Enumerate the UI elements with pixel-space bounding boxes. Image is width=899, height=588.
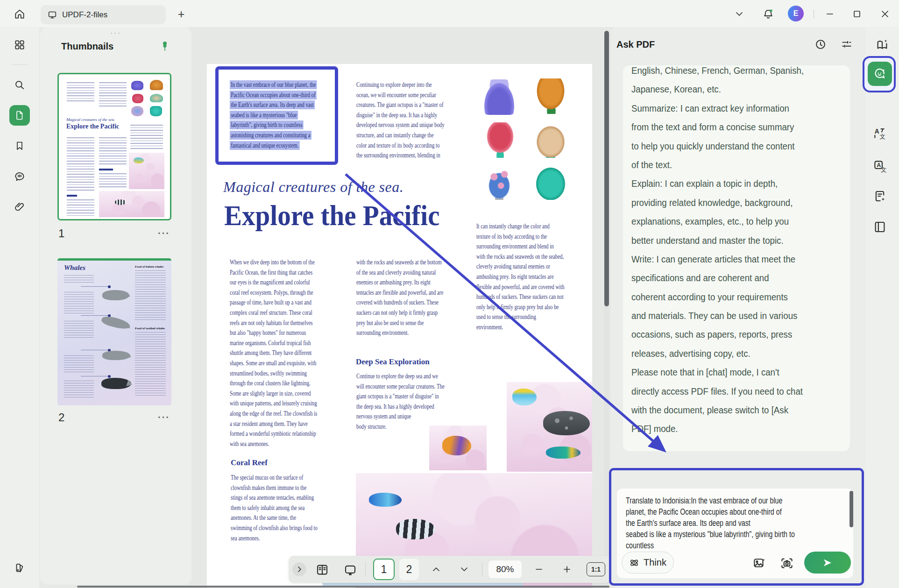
- maximize-button[interactable]: [849, 7, 865, 21]
- thumb1-column: [67, 137, 94, 192]
- thumbnails-panel: ··· Thumbnails Magical creatures of the …: [40, 27, 191, 585]
- left-rail: [0, 27, 39, 588]
- pdf-column1: When we dive deep into the bottom of the…: [230, 257, 351, 449]
- thumb2-whale: [102, 351, 130, 360]
- pdf-subtitle: Magical creatures of the sea.: [223, 178, 403, 196]
- page-layout-button[interactable]: [314, 561, 331, 578]
- sidebar-item-search[interactable]: [9, 75, 30, 95]
- page-icon: [14, 110, 25, 121]
- bottom-bar-separator: [482, 562, 482, 576]
- sidebar-item-bookmarks[interactable]: [9, 135, 30, 156]
- thumb1-paragraph: [99, 82, 127, 106]
- rail-translate-button[interactable]: A文: [870, 124, 890, 143]
- search-icon: [14, 79, 26, 91]
- sliders-icon: [841, 38, 853, 50]
- thumbnail-2-more-button[interactable]: ···: [158, 412, 170, 423]
- rail-reader-button[interactable]: [870, 218, 890, 236]
- panel-drag-handle[interactable]: ···: [106, 31, 126, 35]
- right-rail: [866, 27, 899, 588]
- thumbnail-page-2[interactable]: Whales Food of baleen whales Food of too…: [57, 258, 171, 405]
- thumb1-heading-bar: [67, 195, 77, 197]
- pdf-selected-paragraph: In the vast embrace of our blue planet, …: [230, 80, 351, 150]
- chevron-down-icon: [736, 12, 743, 16]
- image-sparkle-icon: [752, 556, 766, 570]
- rail-ai-chat-button[interactable]: [868, 62, 892, 86]
- ai-message-card: English, Chinese, French, German, Spanis…: [623, 65, 850, 451]
- history-button[interactable]: [813, 36, 828, 52]
- pdf-image-clownfish: [429, 425, 487, 470]
- svg-text:文: 文: [879, 134, 885, 140]
- thumb2-heading-2: Food of toothed whales: [135, 326, 166, 330]
- thumbnail-1-more-button[interactable]: ···: [158, 228, 170, 239]
- titlebar-chevron-button[interactable]: [731, 7, 747, 21]
- home-icon: [14, 8, 26, 20]
- zoom-out-button[interactable]: [531, 562, 546, 576]
- coral-blue-flower: [482, 164, 517, 200]
- presentation-icon: [343, 563, 357, 577]
- plus-icon: [563, 565, 571, 574]
- thumb2-title: Whales: [64, 264, 85, 272]
- pdf-column2-mid: with the rocks and seaweeds at the botto…: [356, 257, 477, 338]
- sidebar-item-comments[interactable]: [9, 166, 30, 187]
- thumb1-column: [67, 199, 94, 216]
- page-2-button[interactable]: 2: [399, 559, 419, 580]
- bell-icon: [762, 8, 774, 20]
- paperclip-icon: [14, 201, 26, 213]
- thumb2-whale: [102, 290, 129, 300]
- close-button[interactable]: [877, 7, 893, 21]
- translate-icon: A文: [873, 127, 887, 141]
- screenshot-button[interactable]: [778, 555, 796, 572]
- think-label: Think: [644, 557, 666, 568]
- notifications-button[interactable]: [760, 7, 776, 21]
- minimize-button[interactable]: [822, 7, 838, 21]
- thumb2-whale-orca: [101, 378, 131, 389]
- rail-translate-page-button[interactable]: A文: [870, 157, 890, 176]
- reader-book-icon: [873, 220, 887, 234]
- insert-image-button[interactable]: [750, 555, 768, 572]
- document-tab[interactable]: UPDF-2-files: [41, 5, 166, 24]
- bottom-bar-separator: [365, 562, 366, 576]
- rail-summary-book-button[interactable]: [872, 35, 892, 54]
- thumb1-paragraph: [67, 82, 94, 103]
- coral-teal-tubes: [533, 164, 568, 200]
- settings-button[interactable]: [839, 36, 855, 52]
- pdf-title: Explore the Pacific: [224, 199, 440, 232]
- document-tab-label: UPDF-2-files: [62, 10, 107, 20]
- actual-size-button[interactable]: 1:1: [587, 562, 605, 576]
- sidebar-item-styles[interactable]: [9, 558, 30, 578]
- zoom-level-display[interactable]: 80%: [488, 560, 522, 578]
- sidebar-item-grid[interactable]: [9, 35, 30, 55]
- pin-panel-button[interactable]: [157, 38, 173, 54]
- think-toggle-button[interactable]: Think: [622, 552, 674, 574]
- page-number-input[interactable]: 1: [373, 559, 395, 580]
- thumbnail-page-1[interactable]: Magical creatures of the sea. Explore th…: [57, 73, 171, 220]
- minus-icon: [535, 565, 543, 574]
- ai-message-text: English, Chinese, French, German, Spanis…: [631, 65, 850, 439]
- two-page-icon: [315, 563, 329, 577]
- sidebar-item-attachments[interactable]: [9, 197, 30, 217]
- send-button[interactable]: [804, 552, 851, 574]
- new-tab-button[interactable]: +: [174, 7, 189, 21]
- atom-icon: [629, 557, 640, 568]
- note-sparkle-icon: [873, 189, 887, 203]
- rail-summarize-button[interactable]: [870, 187, 890, 205]
- previous-page-button[interactable]: [429, 562, 444, 576]
- chat-input-scrollbar[interactable]: [849, 491, 853, 527]
- thumb1-coral-grid: [130, 79, 166, 116]
- chevron-up-icon: [432, 567, 440, 572]
- clock-icon: [814, 38, 827, 51]
- collapse-bar-button[interactable]: [292, 562, 306, 576]
- monitor-icon: [47, 10, 57, 20]
- thumb1-column: [99, 173, 127, 187]
- window-bottom-scroll-edge[interactable]: [77, 586, 609, 588]
- pdf-scrollbar-thumb[interactable]: [604, 31, 609, 306]
- presentation-button[interactable]: [342, 561, 359, 578]
- thumbnails-title: Thumbnails: [61, 41, 113, 52]
- avatar[interactable]: E: [788, 6, 804, 21]
- next-page-button[interactable]: [457, 562, 472, 576]
- sidebar-item-thumbnails[interactable]: [9, 105, 30, 126]
- zoom-in-button[interactable]: [559, 562, 574, 576]
- chevron-right-icon: [297, 566, 302, 573]
- home-button[interactable]: [12, 6, 28, 22]
- bottom-toolbar: 1 2 80% 1:1: [289, 556, 611, 583]
